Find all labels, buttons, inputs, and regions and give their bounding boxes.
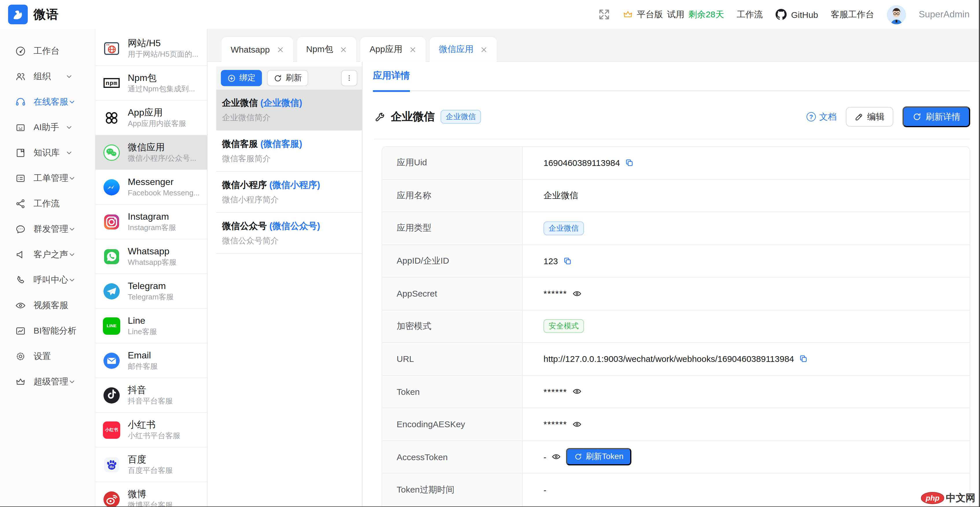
- copy-icon[interactable]: [563, 257, 572, 265]
- sidebar-item-workbench[interactable]: 工作台: [0, 38, 95, 64]
- access-token-value: -: [544, 452, 546, 462]
- refresh-icon: [274, 74, 282, 83]
- sidebar-item-bi-analytics[interactable]: BI智能分析: [0, 318, 95, 343]
- channel-item-xiaohongshu[interactable]: 小红书小红书平台客服: [95, 413, 207, 447]
- eye-icon: [15, 300, 26, 311]
- copy-icon[interactable]: [625, 159, 634, 167]
- doc-link[interactable]: 文档: [807, 111, 837, 122]
- table-row-appid: AppID/企业ID 123: [382, 245, 970, 278]
- active-tab-indicator: [373, 90, 410, 92]
- messenger-icon: [103, 178, 120, 196]
- headset-icon: [15, 96, 26, 107]
- eye-icon[interactable]: [573, 289, 582, 298]
- sidebar-item-workflow[interactable]: 工作流: [0, 191, 95, 216]
- close-icon[interactable]: [409, 46, 416, 53]
- channel-item-whatsapp[interactable]: WhatsappWhatsapp客服: [95, 239, 207, 274]
- appsecret-value: ******: [544, 289, 567, 299]
- plan-mode: 试用: [667, 9, 684, 20]
- sidebar-item-voice-of-customer[interactable]: 客户之声: [0, 242, 95, 267]
- sidebar-item-super-admin[interactable]: 超级管理: [0, 369, 95, 394]
- app-window: 微语 平台版 试用 剩余28天 工作流 GitHub: [0, 0, 980, 507]
- email-icon: [103, 352, 120, 369]
- close-icon[interactable]: [277, 46, 283, 53]
- eye-icon[interactable]: [552, 452, 561, 462]
- refresh-button[interactable]: 刷新: [267, 70, 308, 86]
- sidebar-item-knowledge-base[interactable]: 知识库: [0, 140, 95, 165]
- topbar-agent-workbench-link[interactable]: 客服工作台: [831, 9, 874, 20]
- username: SuperAdmin: [919, 9, 970, 20]
- php-cn-watermark: php 中文网: [921, 491, 975, 505]
- refresh-token-button[interactable]: 刷新Token: [566, 448, 632, 466]
- channel-item-app[interactable]: App应用App应用内嵌客服: [95, 100, 207, 135]
- app-item-work-wechat[interactable]: 企业微信 (企业微信) 企业微信简介: [216, 90, 362, 131]
- chevron-down-icon: [68, 378, 76, 385]
- channel-item-email[interactable]: Email邮件客服: [95, 343, 207, 378]
- eye-icon[interactable]: [573, 387, 582, 396]
- edit-button[interactable]: 编辑: [846, 107, 893, 127]
- channel-item-instagram[interactable]: InstagramInstagram客服: [95, 205, 207, 239]
- refresh-detail-button[interactable]: 刷新详情: [902, 106, 970, 127]
- channel-item-weibo[interactable]: 微博微博平台客服: [95, 482, 207, 507]
- table-row-app-type: 应用类型 企业微信: [382, 212, 970, 245]
- app-uid-value: 1690460389113984: [544, 158, 620, 168]
- tab-app[interactable]: App应用: [360, 37, 425, 62]
- channel-item-telegram[interactable]: TelegramTelegram客服: [95, 274, 207, 309]
- channel-item-douyin[interactable]: 抖音抖音平台客服: [95, 378, 207, 413]
- more-actions-button[interactable]: [341, 70, 357, 86]
- tab-npm[interactable]: Npm包: [297, 37, 356, 62]
- plan-trial-info[interactable]: 平台版 试用 剩余28天: [622, 9, 724, 20]
- chevron-down-icon: [68, 276, 76, 284]
- close-icon[interactable]: [340, 46, 347, 53]
- chevron-down-icon: [68, 251, 76, 258]
- chevron-down-icon: [65, 73, 73, 80]
- sidebar-item-online-service[interactable]: 在线客服: [0, 89, 95, 114]
- user-avatar[interactable]: [887, 5, 906, 24]
- sidebar-item-call-center[interactable]: 呼叫中心: [0, 267, 95, 292]
- bind-button[interactable]: 绑定: [221, 70, 262, 86]
- tab-app-detail[interactable]: 应用详情: [373, 70, 411, 90]
- app-item-wechat-miniprogram[interactable]: 微信小程序 (微信小程序) 微信小程序简介: [216, 172, 362, 213]
- app-type-badge: 企业微信: [544, 221, 584, 235]
- topbar-workflow-link[interactable]: 工作流: [737, 9, 763, 20]
- telegram-icon: [103, 282, 120, 300]
- app-logo[interactable]: [8, 5, 28, 24]
- tab-wechat[interactable]: 微信应用: [430, 37, 496, 62]
- token-expiry-value: -: [544, 485, 546, 495]
- channel-item-messenger[interactable]: MessengerFacebook Messeng...: [95, 170, 207, 205]
- tab-whatsapp[interactable]: Whatsapp: [221, 37, 293, 62]
- douyin-icon: [103, 386, 120, 404]
- sidebar-item-broadcast-management[interactable]: 群发管理: [0, 216, 95, 242]
- wechat-app-list: 绑定 刷新 企业微信 (企业微信) 企业微信简介: [208, 62, 363, 507]
- table-row-appsecret: AppSecret ******: [382, 278, 970, 310]
- app-item-wechat-service[interactable]: 微信客服 (微信客服) 微信客服简介: [216, 131, 362, 172]
- app-title: 微语: [33, 6, 59, 22]
- app-item-wechat-official[interactable]: 微信公众号 (微信公众号) 微信公众号简介: [216, 213, 362, 254]
- copy-icon[interactable]: [799, 354, 808, 363]
- appid-value: 123: [544, 256, 558, 266]
- channel-item-npm[interactable]: Npm包通过Npm包集成到...: [95, 66, 207, 100]
- encrypt-mode-badge: 安全模式: [544, 319, 584, 333]
- crown-icon: [15, 376, 26, 387]
- sidebar-item-ticket-management[interactable]: 工单管理: [0, 165, 95, 191]
- sidebar-item-settings[interactable]: 设置: [0, 343, 95, 369]
- sidebar-item-ai-assistant[interactable]: AI助手: [0, 114, 95, 140]
- megaphone-icon: [15, 249, 26, 260]
- table-row-token: Token ******: [382, 375, 970, 408]
- baidu-icon: du: [103, 456, 120, 473]
- table-row-url: URL http://127.0.0.1:9003/wechat/work/we…: [382, 343, 970, 375]
- eye-icon[interactable]: [573, 420, 582, 429]
- npm-icon: [103, 74, 120, 92]
- topbar-github-link[interactable]: GitHub: [776, 9, 818, 20]
- channel-item-wechat[interactable]: 微信应用微信小程序/公众号...: [95, 135, 207, 170]
- tab-track: [373, 90, 970, 91]
- share-nodes-icon: [15, 198, 26, 209]
- channel-item-website[interactable]: 网站/H5用于网站/H5页面的...: [95, 31, 207, 66]
- fullscreen-icon[interactable]: [598, 9, 610, 20]
- gear-icon: [15, 351, 26, 362]
- channel-item-line[interactable]: LineLine客服: [95, 309, 207, 343]
- close-icon[interactable]: [480, 46, 487, 53]
- sidebar-item-organization[interactable]: 组织: [0, 64, 95, 89]
- sidebar-item-video-service[interactable]: 视频客服: [0, 292, 95, 318]
- webhook-url-value: http://127.0.0.1:9003/wechat/work/webhoo…: [544, 354, 794, 364]
- channel-item-baidu[interactable]: du 百度百度平台客服: [95, 447, 207, 482]
